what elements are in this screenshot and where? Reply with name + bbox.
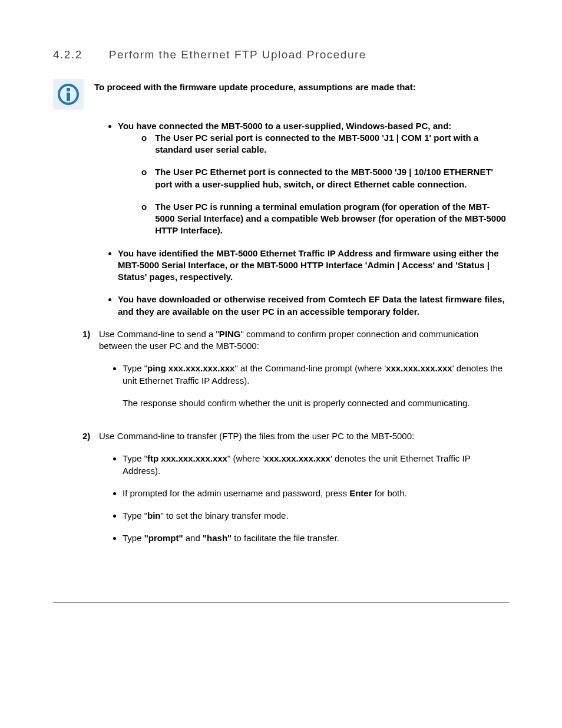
assumption-3: You have downloaded or otherwise receive… [118,294,509,318]
step-2-bullet-3: Type "bin" to set the binary transfer mo… [123,510,509,522]
assumption-1-text: You have connected the MBT-5000 to a use… [118,121,451,131]
svg-rect-1 [67,88,70,91]
assumption-1-sub-3: The User PC is running a terminal emulat… [141,201,509,237]
step-1-body: Use Command-line to send a "PING" comman… [99,328,509,420]
step-2-bullet-4: Type "prompt" and "hash" to facilitate t… [123,532,509,544]
assumption-1: You have connected the MBT-5000 to a use… [118,120,509,237]
step-1-bullet-1: Type "ping xxx.xxx.xxx.xxx" at the Comma… [123,363,509,409]
intro-text: To proceed with the firmware update proc… [94,79,416,93]
step-2-bullet-1: Type "ftp xxx.xxx.xxx.xxx" (where 'xxx.x… [123,453,509,477]
heading-title: Perform the Ethernet FTP Upload Procedur… [109,48,366,61]
assumption-1-sub-2: The User PC Ethernet port is connected t… [141,166,509,190]
assumption-1-sub-1: The User PC serial port is connected to … [141,132,509,156]
step-2-body: Use Command-line to transfer (FTP) the f… [99,430,509,555]
assumption-2: You have identified the MBT-5000 Etherne… [118,248,509,284]
assumptions-block: You have connected the MBT-5000 to a use… [94,120,509,318]
step-1-bullet-1-para: The response should confirm whether the … [123,397,509,409]
step-2: 2) Use Command-line to transfer (FTP) th… [82,430,509,555]
step-2-number: 2) [82,430,99,555]
footer-rule [53,602,509,603]
section-heading: 4.2.2Perform the Ethernet FTP Upload Pro… [53,47,509,62]
info-icon [53,79,84,110]
svg-rect-2 [67,93,70,101]
step-2-bullet-2: If prompted for the admin username and p… [123,487,509,499]
heading-number: 4.2.2 [53,48,82,61]
steps-block: 1) Use Command-line to send a "PING" com… [53,328,509,555]
step-1: 1) Use Command-line to send a "PING" com… [82,328,509,420]
step-1-number: 1) [82,328,99,420]
intro-row: To proceed with the firmware update proc… [53,79,509,110]
